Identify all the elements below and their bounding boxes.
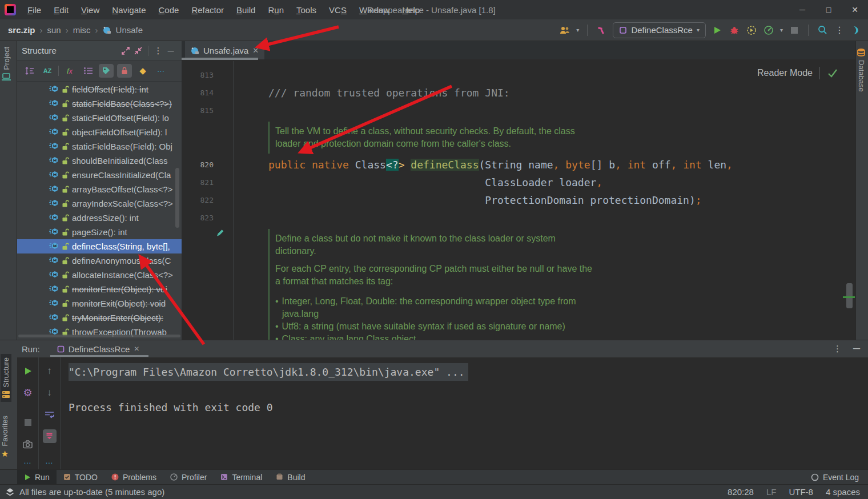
editor-tab-unsafe-java[interactable]: Unsafe.java ✕: [185, 41, 264, 59]
menu-run[interactable]: Run: [262, 3, 290, 17]
menu-refactor[interactable]: Refactor: [186, 3, 230, 17]
profiler-button[interactable]: [763, 25, 774, 36]
menu-file[interactable]: File: [22, 3, 47, 17]
edit-intention-pencil-icon[interactable]: [216, 228, 224, 239]
run-with-coverage-button[interactable]: [746, 25, 757, 36]
teal-badge-icon[interactable]: [851, 25, 862, 36]
structure-item[interactable]: addressSize(): int: [17, 211, 182, 225]
close-button[interactable]: ✕: [842, 0, 868, 19]
structure-item[interactable]: objectFieldOffset(Field): l: [17, 125, 182, 139]
structure-item[interactable]: defineClass(String, byte[],: [17, 239, 182, 253]
encoding-widget[interactable]: UTF-8: [789, 487, 813, 497]
code-line[interactable]: 822 ProtectionDomain protectionDomain);: [182, 191, 855, 209]
maximize-button[interactable]: □: [815, 0, 842, 19]
editor-body[interactable]: 813814/// random trusted operations from…: [182, 61, 855, 340]
run-hide-icon[interactable]: ─: [853, 343, 860, 355]
run-configuration-select[interactable]: DefineClassRce ▾: [613, 22, 706, 38]
sidebar-tab-structure[interactable]: Structure: [1, 354, 11, 402]
sidebar-tab-database[interactable]: Database: [857, 48, 866, 92]
hide-panel-icon[interactable]: ─: [164, 45, 177, 57]
search-everywhere-icon[interactable]: [817, 25, 828, 36]
sort-by-sort-order-icon[interactable]: [22, 64, 37, 78]
structure-more-icon[interactable]: ⋯: [154, 64, 168, 78]
expand-icon[interactable]: [119, 45, 132, 57]
breadcrumb-item[interactable]: misc: [73, 25, 91, 35]
toolwindow-tab-profiler[interactable]: Profiler: [163, 470, 214, 485]
collapse-icon[interactable]: [132, 45, 144, 57]
code-line[interactable]: 814/// random trusted operations from JN…: [182, 84, 855, 102]
stop-button[interactable]: [789, 25, 800, 36]
editor-vertical-scrollbar[interactable]: [846, 283, 853, 308]
breadcrumb-item[interactable]: sun: [47, 25, 61, 35]
sidebar-tab-project[interactable]: Project: [1, 47, 11, 82]
menu-navigate[interactable]: Navigate: [106, 3, 151, 17]
structure-item[interactable]: monitorExit(Object): void: [17, 296, 182, 311]
toolwindow-tab-problems[interactable]: Problems: [105, 470, 163, 485]
code-line[interactable]: 823: [182, 209, 855, 227]
menu-vcs[interactable]: VCS: [323, 3, 352, 17]
scroll-up-icon[interactable]: ↑: [43, 364, 57, 378]
structure-item[interactable]: pageSize(): int: [17, 225, 182, 239]
tab-close-icon[interactable]: ✕: [252, 46, 259, 55]
run-options-kebab-icon[interactable]: ⋮: [833, 344, 842, 354]
users-icon[interactable]: [559, 25, 570, 36]
structure-item[interactable]: fieldOffset(Field): int: [17, 82, 182, 96]
show-properties-icon[interactable]: [99, 64, 114, 78]
structure-item[interactable]: arrayBaseOffset(Class<?>: [17, 182, 182, 196]
show-fields-icon[interactable]: [81, 64, 95, 78]
settings-gear-icon[interactable]: ⚙: [21, 386, 35, 400]
code-line[interactable]: 815: [182, 102, 855, 119]
console-output[interactable]: "C:\Program Files\Amazon Corretto\jdk1.8…: [69, 363, 468, 416]
structure-horizontal-scrollbar[interactable]: [18, 335, 180, 337]
minimize-button[interactable]: ─: [789, 0, 815, 19]
show-non-public-icon[interactable]: [117, 64, 132, 78]
breadcrumb-item[interactable]: Unsafe: [116, 25, 143, 35]
structure-item[interactable]: tryMonitorEnter(Object):: [17, 311, 182, 325]
code-line[interactable]: 813: [182, 66, 855, 84]
group-methods-icon[interactable]: ◆: [135, 64, 150, 78]
run-tab-close-icon[interactable]: ✕: [134, 345, 139, 353]
code-line[interactable]: 820public native Class<?> defineClass(St…: [182, 156, 855, 174]
thread-dump-camera-icon[interactable]: [21, 437, 35, 451]
menu-edit[interactable]: Edit: [48, 3, 74, 17]
menu-build[interactable]: Build: [231, 3, 261, 17]
scroll-down-icon[interactable]: ↓: [43, 386, 57, 400]
inspections-ok-check-icon[interactable]: [827, 68, 838, 78]
toolwindow-tab-run[interactable]: Run: [17, 470, 57, 485]
event-log-button[interactable]: Event Log: [811, 473, 859, 482]
structure-item[interactable]: defineAnonymousClass(C: [17, 253, 182, 268]
soft-wrap-icon[interactable]: [43, 408, 57, 421]
scroll-to-end-icon[interactable]: [43, 429, 57, 443]
profiler-dropdown-caret[interactable]: ▾: [780, 27, 783, 33]
menu-code[interactable]: Code: [153, 3, 185, 17]
stop-icon[interactable]: [21, 416, 35, 429]
structure-item[interactable]: monitorEnter(Object): voi: [17, 282, 182, 296]
caret-position-widget[interactable]: 820:28: [728, 487, 754, 497]
structure-item[interactable]: allocateInstance(Class<?>: [17, 268, 182, 282]
menu-tools[interactable]: Tools: [291, 3, 322, 17]
toolwindow-tab-build[interactable]: Build: [269, 470, 312, 485]
users-dropdown-caret[interactable]: ▾: [576, 27, 579, 33]
structure-item[interactable]: staticFieldBase(Class<?>): [17, 96, 182, 111]
sidebar-tab-favorites[interactable]: Favorites ★: [1, 416, 9, 459]
more-actions-icon[interactable]: …: [23, 456, 32, 465]
menu-view[interactable]: View: [75, 3, 105, 17]
structure-item[interactable]: staticFieldOffset(Field): lo: [17, 111, 182, 125]
kebab-menu-icon[interactable]: ⋮: [834, 25, 845, 36]
toolwindow-tab-terminal[interactable]: Terminal: [214, 470, 269, 485]
run-button[interactable]: [712, 25, 723, 36]
line-separator-widget[interactable]: LF: [766, 487, 777, 497]
structure-item[interactable]: staticFieldBase(Field): Obj: [17, 139, 182, 154]
more-actions-icon[interactable]: …: [45, 456, 54, 465]
toolwindow-tab-todo[interactable]: TODO: [57, 470, 105, 485]
build-hammer-icon[interactable]: [596, 25, 607, 36]
structure-vertical-scrollbar[interactable]: [175, 168, 179, 228]
reader-mode-toggle[interactable]: Reader Mode: [757, 67, 838, 79]
structure-item[interactable]: ensureClassInitialized(Cla: [17, 168, 182, 182]
rerun-icon[interactable]: [21, 364, 35, 378]
show-functions-icon[interactable]: fx: [62, 64, 77, 78]
panel-options-kebab-icon[interactable]: ⋮: [152, 45, 164, 57]
sort-alphabetically-icon[interactable]: AZ: [40, 64, 55, 78]
breadcrumb-item[interactable]: src.zip: [8, 25, 35, 35]
code-line[interactable]: 821 ClassLoader loader,: [182, 174, 855, 191]
